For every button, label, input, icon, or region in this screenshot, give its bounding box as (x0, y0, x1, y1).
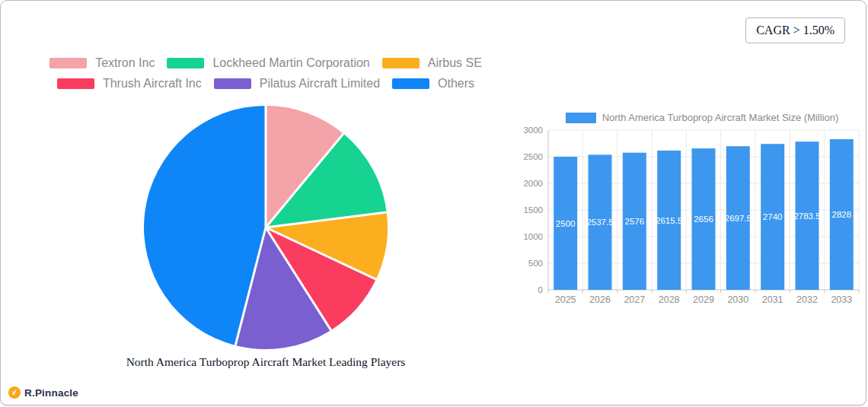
legend-label: Thrush Aircraft Inc (103, 77, 202, 91)
x-axis-category-label: 2027 (624, 294, 645, 305)
bar-value-label: 2656 (694, 215, 713, 224)
pie-legend-item[interactable]: Textron Inc (49, 56, 155, 70)
legend-label: Lockheed Martin Corporation (212, 56, 369, 70)
pie-legend-item[interactable]: Lockheed Martin Corporation (167, 56, 369, 70)
bar-legend-label: North America Turboprop Aircraft Market … (602, 112, 839, 123)
x-axis-category-label: 2033 (831, 294, 852, 305)
x-axis-category-label: 2028 (659, 294, 680, 305)
pie-legend: Textron IncLockheed Martin CorporationAi… (37, 56, 494, 97)
pie-chart-svg (142, 104, 389, 351)
x-axis-category-label: 2029 (693, 294, 714, 305)
x-axis-category-label: 2026 (589, 294, 611, 305)
brand-logo-icon (8, 386, 21, 399)
x-axis-category-label: 2030 (727, 294, 748, 305)
pie-legend-item[interactable]: Others (392, 77, 474, 91)
x-axis-category-label: 2025 (555, 294, 576, 305)
pie-legend-item[interactable]: Thrush Aircraft Inc (57, 77, 202, 91)
x-axis-category-label: 2031 (762, 294, 783, 305)
legend-label: Others (438, 77, 474, 91)
y-axis-tick-label: 1500 (523, 205, 543, 215)
pie-chart-title: North America Turboprop Aircraft Market … (75, 355, 456, 369)
brand-logo: R.Pinnacle (8, 386, 78, 399)
bar-value-label: 2783.5 (793, 211, 820, 221)
bar-value-label: 2697.5 (725, 214, 752, 223)
pie-legend-row: Thrush Aircraft IncPilatus Aircraft Limi… (37, 77, 494, 91)
bar-value-label: 2537.5 (586, 218, 613, 227)
y-axis-tick-label: 500 (528, 259, 543, 268)
y-axis-tick-label: 1000 (523, 232, 543, 241)
legend-label: Airbus SE (428, 56, 482, 70)
legend-swatch (392, 78, 429, 89)
pie-legend-item[interactable]: Airbus SE (382, 56, 482, 70)
y-axis-tick-label: 2500 (523, 152, 543, 161)
report-card: CAGR > 1.50% Textron IncLockheed Martin … (0, 0, 866, 405)
bar-value-label: 2576 (625, 217, 645, 226)
legend-label: Pilatus Aircraft Limited (260, 77, 380, 91)
cagr-label: CAGR > 1.50% (756, 24, 834, 37)
bar-value-label: 2500 (556, 219, 576, 228)
pie-legend-row: Textron IncLockheed Martin CorporationAi… (37, 56, 494, 70)
pie-legend-item[interactable]: Pilatus Aircraft Limited (214, 77, 380, 91)
bar-chart-svg: 050010001500200025003000250020252537.520… (522, 122, 866, 316)
bar-value-label: 2615.5 (656, 216, 682, 225)
x-axis-category-label: 2032 (796, 294, 818, 305)
brand-logo-text: R.Pinnacle (24, 387, 78, 399)
legend-label: Textron Inc (95, 56, 155, 70)
bar-legend-swatch (566, 113, 596, 123)
legend-swatch (167, 58, 204, 68)
bar-value-label: 2740 (763, 212, 783, 221)
y-axis-tick-label: 2000 (523, 179, 543, 188)
legend-swatch (57, 78, 94, 89)
bar-legend-item[interactable]: North America Turboprop Aircraft Market … (545, 112, 859, 123)
cagr-badge: CAGR > 1.50% (745, 17, 845, 43)
legend-swatch (49, 58, 87, 68)
y-axis-tick-label: 3000 (523, 126, 543, 135)
y-axis-tick-label: 0 (538, 285, 543, 294)
bar-value-label: 2828 (832, 210, 852, 219)
legend-swatch (214, 78, 251, 89)
legend-swatch (382, 58, 420, 68)
